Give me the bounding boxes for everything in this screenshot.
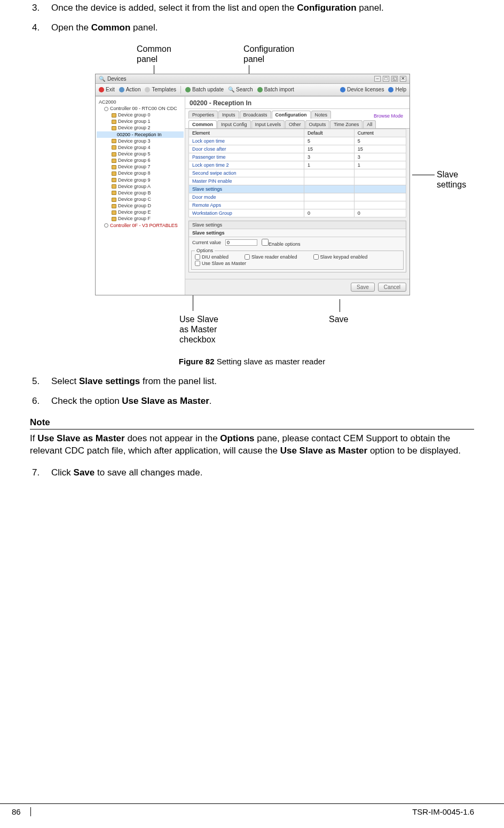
tree-item[interactable]: Controller 00 - RTC00 ON CDC — [97, 105, 184, 112]
current-value-label: Current value — [192, 240, 221, 245]
tabs-secondary: CommonInput ConfigInput LevelsOtherOutpu… — [185, 119, 410, 129]
subtab-other[interactable]: Other — [285, 120, 305, 128]
tree-item[interactable]: Device group E — [97, 209, 184, 215]
tree-item[interactable]: Device group C — [97, 196, 184, 202]
cancel-button[interactable]: Cancel — [378, 283, 406, 292]
minimize-button[interactable]: – — [374, 76, 381, 82]
step-6: Check the option Use Slave as Master. — [30, 395, 474, 408]
toolbar-help[interactable]: Help — [388, 87, 406, 92]
tree-item[interactable]: 00200 - Reception In — [97, 131, 184, 138]
subtab-input-levels[interactable]: Input Levels — [251, 120, 285, 128]
folder-icon — [112, 184, 116, 189]
tree-item[interactable]: Device group 7 — [97, 163, 184, 170]
save-button[interactable]: Save — [351, 283, 375, 292]
tab-inputs[interactable]: Inputs — [218, 111, 239, 119]
subtab-outputs[interactable]: Outputs — [305, 120, 330, 128]
doc-id: TSR-IM-0045-1.6 — [412, 807, 474, 816]
subtab-time-zones[interactable]: Time Zones — [330, 120, 363, 128]
tree-label: Device group 6 — [118, 158, 151, 163]
window-title: Devices — [107, 76, 127, 82]
table-row[interactable]: Master PIN enable — [189, 177, 406, 185]
tree-item[interactable]: Device group 4 — [97, 144, 184, 151]
table-row[interactable]: Remote Apps — [189, 201, 406, 209]
table-row[interactable]: Door mode — [189, 193, 406, 201]
tree-item[interactable]: Device group 6 — [97, 157, 184, 163]
browse-mode-label: Browse Mode — [374, 113, 406, 119]
cell-element: Lock open time — [189, 137, 304, 145]
folder-icon — [112, 139, 116, 143]
tree-item[interactable]: Controller 0F - V3 PORTABLES — [97, 222, 184, 229]
tree-item[interactable]: Device group B — [97, 190, 184, 196]
opt-diu[interactable]: DIU enabled — [195, 254, 229, 260]
tree-label: Device group 7 — [118, 164, 151, 169]
cell-element: Second swipe action — [189, 169, 304, 177]
tree-item[interactable]: AC2000 — [97, 99, 184, 105]
cell-element: Door close after — [189, 145, 304, 153]
slave-settings-pane: Slave settings Slave settings Current va… — [188, 221, 406, 272]
table-row[interactable]: Second swipe action — [189, 169, 406, 177]
tree-label: Device group 1 — [118, 119, 151, 124]
cell-current: 3 — [354, 153, 406, 161]
cell-current: 5 — [354, 137, 406, 145]
tab-notes[interactable]: Notes — [311, 111, 332, 119]
subtab-all[interactable]: All — [363, 120, 376, 128]
tree-item[interactable]: Device group 0 — [97, 112, 184, 118]
toolbar-batch-import[interactable]: Batch import — [257, 87, 294, 92]
tree-item[interactable]: Device group 3 — [97, 138, 184, 144]
subtab-common[interactable]: Common — [188, 120, 217, 128]
opt-slave-reader[interactable]: Slave reader enabled — [245, 254, 297, 260]
toolbar-batch-update[interactable]: Batch update — [185, 87, 224, 92]
tree-item[interactable]: Device group 8 — [97, 170, 184, 176]
tree-label: Device group 4 — [118, 145, 151, 150]
opt-slave-keypad[interactable]: Slave keypad enabled — [313, 254, 368, 260]
slave-pane-subtitle: Slave settings — [189, 229, 406, 237]
page-number: 86 — [12, 807, 31, 816]
table-row[interactable]: Slave settings — [189, 185, 406, 193]
tree-item[interactable]: Device group 5 — [97, 151, 184, 157]
table-row[interactable]: Workstation Group00 — [189, 209, 406, 217]
cell-default — [304, 185, 354, 193]
col-default: Default — [304, 129, 354, 137]
table-row[interactable]: Lock open time 211 — [189, 161, 406, 169]
tree-label: AC2000 — [99, 99, 116, 105]
table-row[interactable]: Lock open time55 — [189, 137, 406, 145]
step-3: Once the device is added, select it from… — [30, 2, 474, 14]
enable-options-checkbox[interactable]: Enable options — [262, 239, 301, 247]
current-value-input[interactable] — [225, 239, 257, 246]
device-tree[interactable]: AC2000Controller 00 - RTC00 ON CDCDevice… — [96, 97, 185, 295]
tree-label: Controller 00 - RTC00 ON CDC — [110, 106, 177, 111]
cell-default — [304, 193, 354, 201]
toolbar-device-licenses[interactable]: Device licenses — [340, 87, 384, 92]
cell-current: 0 — [354, 209, 406, 217]
tree-item[interactable]: Device group 9 — [97, 177, 184, 183]
cell-default — [304, 169, 354, 177]
controller-icon — [104, 107, 108, 111]
tree-item[interactable]: Device group 1 — [97, 118, 184, 124]
table-row[interactable]: Passenger time33 — [189, 153, 406, 161]
tree-label: Device group D — [118, 203, 151, 208]
table-row[interactable]: Door close after1515 — [189, 145, 406, 153]
toolbar-templates[interactable]: Templates — [145, 87, 176, 92]
maximize-button[interactable]: □ — [383, 76, 389, 82]
tab-configuration[interactable]: Configuration — [272, 111, 311, 119]
tab-broadcasts[interactable]: Broadcasts — [240, 111, 271, 119]
cell-current: 15 — [354, 145, 406, 153]
tab-properties[interactable]: Properties — [188, 111, 218, 119]
toolbar-action[interactable]: Action — [119, 87, 141, 92]
toolbar-search[interactable]: 🔍Search — [228, 87, 253, 92]
tree-item[interactable]: Device group D — [97, 202, 184, 209]
tree-item[interactable]: Device group F — [97, 215, 184, 222]
options-legend: Options — [195, 248, 215, 253]
tree-item[interactable]: Device group A — [97, 183, 184, 190]
toolbar-exit[interactable]: Exit — [99, 87, 115, 92]
settings-grid[interactable]: ElementDefaultCurrentLock open time55Doo… — [188, 129, 406, 217]
subtab-input-config[interactable]: Input Config — [217, 120, 251, 128]
opt-use-slave-as-master[interactable]: Use Slave as Master — [195, 261, 246, 266]
folder-icon — [112, 217, 116, 221]
cell-current: 1 — [354, 161, 406, 169]
tree-item[interactable]: Device group 2 — [97, 124, 184, 131]
note-heading: Note — [30, 417, 474, 429]
restore-button[interactable]: ◱ — [391, 76, 398, 82]
close-button[interactable]: ✕ — [400, 76, 406, 82]
folder-icon — [112, 171, 116, 176]
